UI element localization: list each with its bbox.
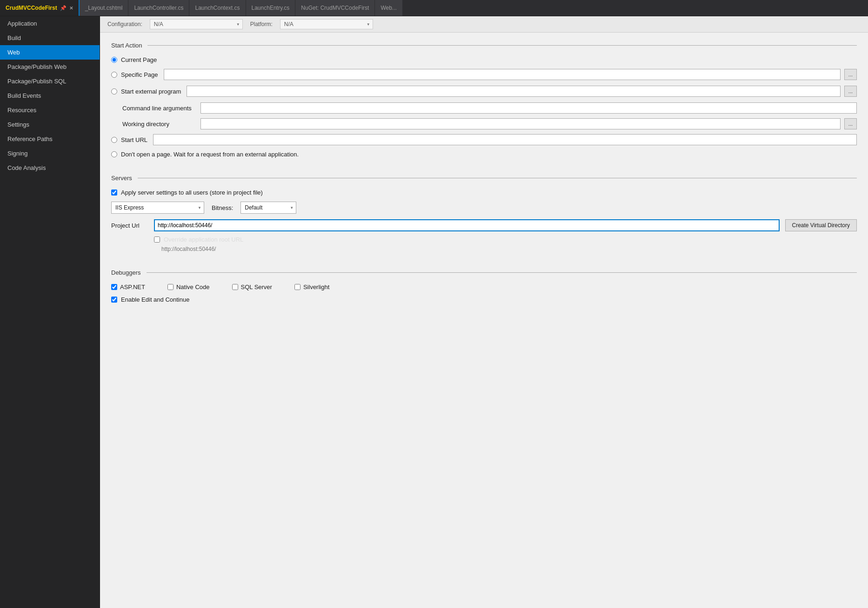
working-dir-row: Working directory ... xyxy=(122,118,857,129)
native-code-debug-label[interactable]: Native Code xyxy=(176,284,210,290)
debugger-aspnet: ASP.NET xyxy=(111,284,145,290)
debuggers-row: ASP.NET Native Code SQL Server Silverlig… xyxy=(111,284,857,290)
start-url-radio[interactable] xyxy=(111,137,117,143)
sidebar-item-resources[interactable]: Resources xyxy=(0,103,100,117)
start-external-input[interactable] xyxy=(187,86,840,97)
bitness-select[interactable]: Default xyxy=(240,202,296,214)
server-select-row: IIS Express Bitness: Default xyxy=(111,202,857,214)
servers-section: Servers Apply server settings to all use… xyxy=(100,173,868,267)
sidebar-item-web[interactable]: Web xyxy=(0,45,100,60)
override-url-row: Override application root URL xyxy=(154,236,857,243)
bitness-label: Bitness: xyxy=(212,204,233,211)
project-url-row: Project Url Create Virtual Directory xyxy=(111,219,857,231)
silverlight-debug-checkbox[interactable] xyxy=(294,284,300,290)
working-dir-label: Working directory xyxy=(122,121,197,128)
start-external-row: Start external program ... xyxy=(111,86,857,97)
tab-pin-icon: 📌 xyxy=(60,5,67,11)
dont-open-radio[interactable] xyxy=(111,151,117,157)
sidebar-item-build[interactable]: Build xyxy=(0,31,100,45)
override-url-hint: http://localhost:50446/ xyxy=(161,246,857,252)
command-args-label: Command line arguments xyxy=(122,105,197,112)
debuggers-header: Debuggers xyxy=(111,269,857,276)
start-external-browse-button[interactable]: ... xyxy=(844,86,857,97)
project-url-input[interactable] xyxy=(154,219,780,231)
servers-header: Servers xyxy=(111,175,857,182)
native-code-debug-checkbox[interactable] xyxy=(167,284,174,290)
sidebar-item-signing[interactable]: Signing xyxy=(0,146,100,161)
tab-launch-entry[interactable]: LaunchEntry.cs xyxy=(246,0,296,16)
command-args-input[interactable] xyxy=(200,102,857,114)
dont-open-label[interactable]: Don't open a page. Wait for a request fr… xyxy=(121,151,299,158)
start-url-row: Start URL xyxy=(111,134,857,145)
specific-page-label[interactable]: Specific Page xyxy=(121,71,158,78)
debuggers-divider xyxy=(147,272,857,273)
start-url-label[interactable]: Start URL xyxy=(121,136,147,143)
start-action-title: Start Action xyxy=(111,42,142,49)
override-url-checkbox[interactable] xyxy=(154,236,160,243)
bitness-select-wrapper: Default xyxy=(240,202,296,214)
current-page-label[interactable]: Current Page xyxy=(121,56,157,63)
debugger-native: Native Code xyxy=(167,284,210,290)
project-url-label: Project Url xyxy=(111,222,148,229)
configuration-label: Configuration: xyxy=(107,21,142,27)
configuration-select-wrapper: N/A xyxy=(150,19,243,29)
working-dir-input[interactable] xyxy=(200,118,841,129)
sql-server-debug-label[interactable]: SQL Server xyxy=(241,284,272,290)
server-select-wrapper: IIS Express xyxy=(111,202,204,214)
sidebar-item-application[interactable]: Application xyxy=(0,16,100,31)
specific-page-input[interactable] xyxy=(164,69,841,80)
tab-layout[interactable]: _Layout.cshtml xyxy=(80,0,129,16)
apply-server-row: Apply server settings to all users (stor… xyxy=(111,189,857,196)
specific-page-browse-button[interactable]: ... xyxy=(844,69,857,80)
tab-launch-controller-label: LaunchController.cs xyxy=(134,5,183,11)
debugger-sql: SQL Server xyxy=(232,284,272,290)
sidebar-item-build-events[interactable]: Build Events xyxy=(0,88,100,103)
main-layout: Application Build Web Package/Publish We… xyxy=(0,16,868,608)
aspnet-debug-checkbox[interactable] xyxy=(111,284,117,290)
edit-continue-row: Enable Edit and Continue xyxy=(111,296,857,303)
debuggers-section: Debuggers ASP.NET Native Code SQL Server xyxy=(100,267,868,312)
edit-continue-checkbox[interactable] xyxy=(111,297,117,303)
configuration-select[interactable]: N/A xyxy=(150,19,243,29)
current-page-radio[interactable] xyxy=(111,57,117,63)
aspnet-debug-label[interactable]: ASP.NET xyxy=(120,284,145,290)
tab-web[interactable]: Web... xyxy=(375,0,402,16)
sidebar-item-package-publish-sql[interactable]: Package/Publish SQL xyxy=(0,74,100,88)
tab-project-label: CrudMVCCodeFirst xyxy=(6,5,57,11)
start-external-label[interactable]: Start external program xyxy=(121,88,181,95)
tab-launch-context-label: LaunchContext.cs xyxy=(195,5,240,11)
sidebar-item-reference-paths[interactable]: Reference Paths xyxy=(0,132,100,146)
start-external-radio[interactable] xyxy=(111,88,117,95)
tab-launch-context[interactable]: LaunchContext.cs xyxy=(189,0,246,16)
platform-select[interactable]: N/A xyxy=(280,19,373,29)
edit-continue-label[interactable]: Enable Edit and Continue xyxy=(121,296,189,303)
config-bar: Configuration: N/A Platform: N/A xyxy=(100,16,868,33)
tab-nuget[interactable]: NuGet: CrudMVCCodeFirst xyxy=(295,0,375,16)
sidebar-item-package-publish-web[interactable]: Package/Publish Web xyxy=(0,60,100,74)
current-page-row: Current Page xyxy=(111,56,857,63)
tab-nuget-label: NuGet: CrudMVCCodeFirst xyxy=(301,5,369,11)
apply-server-label[interactable]: Apply server settings to all users (stor… xyxy=(121,189,263,196)
tab-layout-label: _Layout.cshtml xyxy=(85,5,123,11)
apply-server-checkbox[interactable] xyxy=(111,189,117,196)
tab-launch-controller[interactable]: LaunchController.cs xyxy=(128,0,189,16)
sql-server-debug-checkbox[interactable] xyxy=(232,284,238,290)
override-url-label[interactable]: Override application root URL xyxy=(164,236,243,243)
specific-page-radio[interactable] xyxy=(111,72,117,78)
silverlight-debug-label[interactable]: Silverlight xyxy=(303,284,329,290)
create-virtual-directory-button[interactable]: Create Virtual Directory xyxy=(785,219,857,231)
servers-title: Servers xyxy=(111,175,132,182)
server-select[interactable]: IIS Express xyxy=(111,202,204,214)
tab-project[interactable]: CrudMVCCodeFirst 📌 ✕ xyxy=(0,0,80,16)
start-url-input[interactable] xyxy=(153,134,857,145)
dont-open-row: Don't open a page. Wait for a request fr… xyxy=(111,151,857,158)
sidebar-item-settings[interactable]: Settings xyxy=(0,117,100,132)
start-action-divider xyxy=(147,45,857,46)
platform-select-wrapper: N/A xyxy=(280,19,373,29)
debugger-silverlight: Silverlight xyxy=(294,284,329,290)
tab-launch-entry-label: LaunchEntry.cs xyxy=(252,5,290,11)
tab-close-icon[interactable]: ✕ xyxy=(69,6,73,11)
start-action-section: Start Action Current Page Specific Page … xyxy=(100,33,868,173)
working-dir-browse-button[interactable]: ... xyxy=(844,118,857,129)
sidebar-item-code-analysis[interactable]: Code Analysis xyxy=(0,161,100,175)
